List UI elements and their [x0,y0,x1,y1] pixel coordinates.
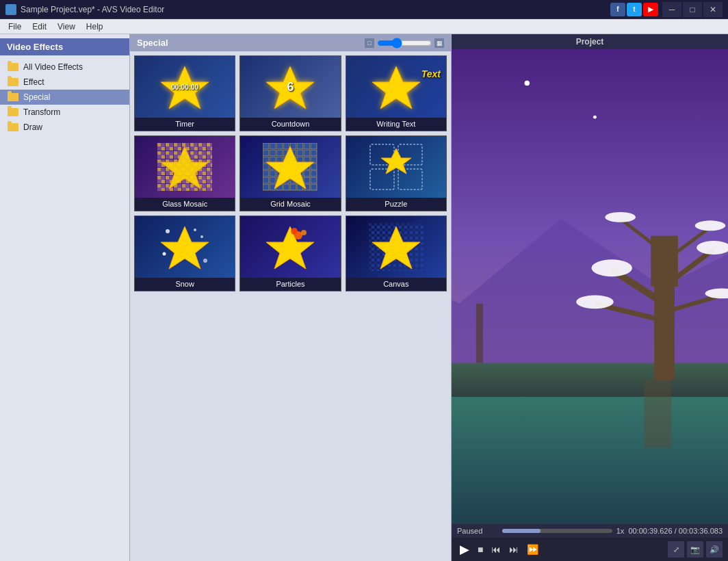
effect-grid-mosaic-thumb [240,136,340,198]
svg-rect-13 [370,169,394,190]
preview-time: 00:00:39.626 / 00:03:36.083 [628,527,723,535]
folder-icon [8,123,18,131]
effect-snow-label: Snow [135,278,235,291]
effect-puzzle[interactable]: Puzzle [346,135,447,211]
effects-grid-toggle[interactable]: ▦ [434,38,444,48]
facebook-icon[interactable]: f [610,3,625,16]
youtube-icon[interactable]: ▶ [643,3,658,16]
effect-snow-thumb [135,216,235,278]
particles-icon [263,223,317,271]
close-button[interactable]: ✕ [703,2,723,17]
effect-snow[interactable]: Snow [134,216,235,291]
effects-grid-container: 00:00:00 Timer 6 Co [130,51,451,561]
svg-point-19 [203,259,207,263]
svg-point-25 [301,230,307,235]
effect-countdown-thumb: 6 [240,56,340,118]
effect-canvas[interactable]: Canvas [346,216,447,291]
sidebar-title: Video Effects [0,38,129,55]
titlebar-controls: ─ □ ✕ [662,2,723,17]
effect-glass-mosaic-thumb [135,136,235,198]
svg-marker-23 [266,226,314,269]
effect-timer-thumb: 00:00:00 [135,56,235,118]
sidebar-label-transform: Transform [23,107,60,117]
preview-header: Project [452,34,728,49]
effects-header: Special □ ▦ [130,34,451,51]
effect-writing-label: Writing Text [346,118,446,131]
folder-icon [8,63,18,71]
fullscreen-button[interactable]: ⤢ [668,541,684,558]
effect-writing-text[interactable]: Text Writing Text [346,55,447,131]
titlebar: Sample Project.vep* - AVS Video Editor f… [0,0,728,19]
next-frame-button[interactable]: ⏭ [506,543,521,556]
folder-icon [8,108,18,116]
glass-mosaic-icon [157,143,212,191]
svg-marker-2 [372,66,420,109]
puzzle-icon [369,143,424,191]
effect-grid-mosaic[interactable]: Grid Mosaic [239,135,341,211]
preview-ctrl-row: ▶ ■ ⏮ ⏭ ⏩ ⤢ 📷 🔊 [452,538,728,561]
preview-panel: Project [452,34,728,561]
minimize-button[interactable]: ─ [662,2,681,17]
svg-marker-15 [381,148,411,174]
svg-point-21 [194,229,196,231]
main-area: Video Effects All Video Effects Effect S… [0,34,728,561]
effect-particles-label: Particles [240,278,340,291]
restore-button[interactable]: □ [683,2,702,17]
menu-view[interactable]: View [52,19,81,34]
effects-header-controls: □ ▦ [365,38,444,48]
svg-rect-56 [644,380,671,447]
svg-point-17 [200,235,203,238]
sidebar-item-special[interactable]: Special [0,90,129,105]
stop-button[interactable]: ■ [475,543,486,556]
effect-glass-mosaic[interactable]: Glass Mosaic [134,135,235,211]
effects-grid: 00:00:00 Timer 6 Co [134,55,447,291]
menu-file[interactable]: File [3,19,27,34]
svg-rect-58 [476,304,483,363]
preview-scene [452,49,728,524]
effects-size-slider[interactable] [377,40,432,47]
play-button[interactable]: ▶ [457,540,472,558]
preview-status: Paused [457,527,498,535]
effect-puzzle-label: Puzzle [346,198,446,211]
sidebar-label-special: Special [23,92,50,102]
effects-panel-title: Special [137,38,168,48]
menu-edit[interactable]: Edit [27,19,52,34]
prev-frame-button[interactable]: ⏮ [489,543,504,556]
preview-speed: 1x [616,527,625,535]
snow-icon [157,223,212,271]
sidebar: Video Effects All Video Effects Effect S… [0,34,130,561]
sidebar-item-draw[interactable]: Draw [0,120,129,135]
sidebar-label-all: All Video Effects [23,62,83,72]
sidebar-label-draw: Draw [23,122,42,132]
twitter-icon[interactable]: t [627,3,642,16]
sidebar-label-effect: Effect [23,77,44,87]
effect-writing-thumb: Text [346,56,446,118]
preview-seek-fill [502,529,541,533]
sidebar-item-all-video-effects[interactable]: All Video Effects [0,60,129,75]
menu-help[interactable]: Help [81,19,109,34]
svg-rect-34 [452,363,728,397]
step-forward-button[interactable]: ⏩ [524,543,541,556]
effects-view-toggle[interactable]: □ [365,38,374,48]
effect-timer[interactable]: 00:00:00 Timer [134,55,235,131]
volume-button[interactable]: 🔊 [706,541,723,558]
effect-particles[interactable]: Particles [239,216,341,291]
preview-controls: Paused 1x 00:00:39.626 / 00:03:36.083 [452,524,728,538]
effect-particles-thumb [240,216,340,278]
screenshot-button[interactable]: 📷 [687,541,703,558]
grid-mosaic-icon [263,143,317,191]
effect-canvas-thumb [346,216,446,278]
titlebar-title: Sample Project.vep* - AVS Video Editor [21,5,164,14]
effect-timer-label: Timer [135,118,235,131]
svg-point-16 [166,229,170,233]
effect-countdown[interactable]: 6 Countdown [239,55,341,131]
app-icon [5,4,16,15]
sidebar-item-transform[interactable]: Transform [0,105,129,120]
sidebar-item-effect[interactable]: Effect [0,75,129,90]
svg-point-45 [576,295,614,309]
canvas-icon [369,223,424,271]
effects-panel: Special □ ▦ 00:00:00 [130,34,452,561]
writing-star-icon [369,63,424,111]
preview-seekbar[interactable] [502,529,612,533]
svg-point-18 [163,252,166,256]
